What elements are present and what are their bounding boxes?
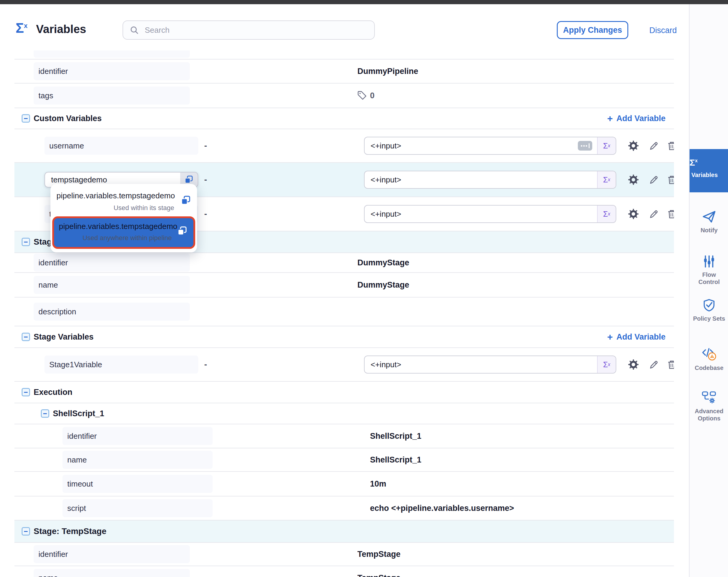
popup-option-subtitle: Used anywhere within pipeline xyxy=(59,234,172,242)
field-label-chip: identifier xyxy=(34,254,190,272)
popup-option-stage-scope[interactable]: pipeline.variables.tempstagedemo Used wi… xyxy=(56,189,191,216)
value-input[interactable]: <+input> Σx xyxy=(364,137,616,155)
add-variable-button[interactable]: + Add Variable xyxy=(607,332,666,342)
collapse-minus-icon[interactable] xyxy=(22,114,30,123)
collapse-minus-icon[interactable] xyxy=(22,527,30,535)
runtime-input-value: <+input> xyxy=(365,141,578,151)
description-dash: - xyxy=(204,360,207,369)
plus-icon: + xyxy=(607,114,613,123)
tag-icon xyxy=(357,91,367,100)
variables-sigma-icon: Σx xyxy=(690,157,728,168)
stage-variables-header-row: Stage Variables + Add Variable xyxy=(15,326,674,348)
page-title: Variables xyxy=(36,23,86,36)
settings-gear-icon[interactable] xyxy=(628,359,639,370)
tempstage-name-row: name TempStage xyxy=(15,566,674,577)
collapse-minus-icon[interactable] xyxy=(22,333,30,341)
section-title: Stage Variables xyxy=(34,332,94,342)
paper-plane-icon xyxy=(690,210,728,224)
panel-header: Σx Variables Apply Changes Discard xyxy=(0,4,689,51)
sidebar-item-variables[interactable]: Σx Variables xyxy=(690,149,728,192)
value-input[interactable]: <+input> Σx xyxy=(364,171,616,189)
input-options-icon[interactable] xyxy=(578,141,592,151)
edit-pencil-icon[interactable] xyxy=(649,359,659,370)
apply-changes-button[interactable]: Apply Changes xyxy=(557,21,628,39)
step-timeout-row: timeout 10m xyxy=(15,472,674,497)
plus-icon: + xyxy=(607,332,613,342)
field-label-chip: identifier xyxy=(34,62,190,80)
shield-check-icon xyxy=(690,299,728,312)
field-label-chip: description xyxy=(34,303,190,321)
settings-gear-icon[interactable] xyxy=(628,209,639,219)
search-icon xyxy=(130,26,139,34)
expression-sigma-icon[interactable]: Σx xyxy=(597,137,616,154)
edit-pencil-icon[interactable] xyxy=(649,141,659,151)
copy-scope-popup: pipeline.variables.tempstagedemo Used wi… xyxy=(50,184,197,252)
tags-count: 0 xyxy=(370,91,374,100)
expression-sigma-icon[interactable]: Σx xyxy=(597,205,616,222)
stage-tempstage-header-row: Stage: TempStage xyxy=(15,521,674,543)
sidebar-item-codebase[interactable]: Codebase xyxy=(690,347,728,372)
sidebar-item-label: Notify xyxy=(690,227,728,234)
section-title: ShellScript_1 xyxy=(53,409,104,418)
delete-trash-icon[interactable] xyxy=(667,141,674,151)
popup-option-pipeline-scope-selected[interactable]: pipeline.variables.tempstagedemo Used an… xyxy=(52,216,195,249)
table-row-clipped xyxy=(15,50,674,59)
search-box[interactable] xyxy=(123,20,375,40)
field-value: 10m xyxy=(370,479,386,488)
pipeline-tags-row: tags 0 xyxy=(15,83,674,108)
field-value: DummyStage xyxy=(357,258,409,268)
sliders-icon xyxy=(690,255,728,268)
stage-description-row: description xyxy=(15,298,674,326)
collapse-minus-icon[interactable] xyxy=(22,238,30,246)
custom-variables-header-row: Custom Variables + Add Variable xyxy=(15,108,674,129)
sidebar-item-policy-sets[interactable]: Policy Sets xyxy=(690,299,728,322)
stage-identifier-row: identifier DummyStage xyxy=(15,253,674,273)
copy-icon[interactable] xyxy=(177,226,187,236)
delete-trash-icon[interactable] xyxy=(667,209,674,219)
copy-icon[interactable] xyxy=(181,195,191,205)
value-input[interactable]: <+input> Σx xyxy=(364,355,616,374)
sidebar-item-notify[interactable]: Notify xyxy=(690,210,728,234)
sidebar-item-label: Policy Sets xyxy=(690,315,728,322)
variable-row-stage1variable: Stage1Variable - <+input> Σx xyxy=(15,348,674,382)
step-name-row: name ShellScript_1 xyxy=(15,448,674,472)
section-title: Execution xyxy=(34,388,72,397)
sidebar-item-flow-control[interactable]: Flow Control xyxy=(690,255,728,285)
delete-trash-icon[interactable] xyxy=(667,175,674,185)
sidebar-item-label: Variables xyxy=(690,171,728,178)
field-value: DummyPipeline xyxy=(357,67,418,76)
tempstage-identifier-row: identifier TempStage xyxy=(15,543,674,566)
expression-sigma-icon[interactable]: Σx xyxy=(597,171,616,188)
runtime-input-value: <+input> xyxy=(365,175,597,184)
value-input[interactable]: <+input> Σx xyxy=(364,205,616,223)
collapse-minus-icon[interactable] xyxy=(22,388,30,396)
edit-pencil-icon[interactable] xyxy=(649,175,659,185)
code-warning-icon xyxy=(690,347,728,361)
discard-button[interactable]: Discard xyxy=(649,26,677,35)
variable-row-username: username - <+input> Σx xyxy=(15,129,674,163)
step-identifier-row: identifier ShellScript_1 xyxy=(15,424,674,448)
field-value: DummyStage xyxy=(357,280,409,290)
sidebar-item-advanced-options[interactable]: Advanced Options xyxy=(690,391,728,422)
search-input[interactable] xyxy=(144,25,362,35)
field-label-chip: identifier xyxy=(62,427,213,445)
field-label-chip: identifier xyxy=(34,545,190,563)
section-title: Custom Variables xyxy=(34,114,102,123)
sidebar-item-label: Codebase xyxy=(690,364,728,372)
settings-gear-icon[interactable] xyxy=(628,141,639,151)
expression-sigma-icon[interactable]: Σx xyxy=(597,356,616,373)
edit-pencil-icon[interactable] xyxy=(649,209,659,219)
field-label-chip xyxy=(34,50,190,58)
add-variable-button[interactable]: + Add Variable xyxy=(607,114,666,123)
runtime-input-value: <+input> xyxy=(365,209,597,219)
variable-name-chip: Stage1Variable xyxy=(45,355,198,374)
settings-gear-icon[interactable] xyxy=(628,175,639,185)
tags-value: 0 xyxy=(357,91,374,100)
step-script-row: script echo <+pipeline.variables.usernam… xyxy=(15,497,674,521)
execution-header-row: Execution xyxy=(15,382,674,403)
delete-trash-icon[interactable] xyxy=(667,359,674,370)
field-label-chip: name xyxy=(62,451,213,469)
collapse-minus-icon[interactable] xyxy=(41,409,49,418)
variables-panel: Σx Variables Apply Changes Discard ident… xyxy=(0,0,728,577)
field-label-chip: tags xyxy=(34,86,190,105)
